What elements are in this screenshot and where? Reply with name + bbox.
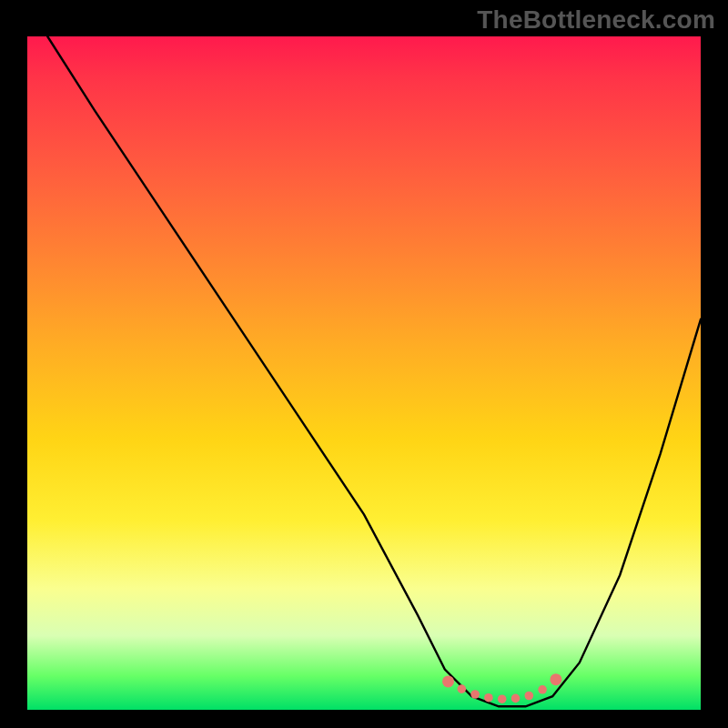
chart-container: TheBottleneck.com [0, 0, 728, 728]
marker-dot [442, 675, 454, 687]
marker-dot [550, 673, 561, 685]
watermark-text: TheBottleneck.com [477, 5, 715, 35]
marker-dot [484, 693, 493, 703]
plot-svg [27, 36, 701, 710]
marker-dot [525, 692, 534, 701]
bottleneck-curve [47, 36, 701, 706]
plot-area [27, 36, 701, 710]
marker-dot [538, 685, 547, 694]
marker-dot [470, 690, 480, 699]
marker-dot [498, 694, 507, 703]
marker-dot [511, 694, 521, 703]
marker-dot [458, 684, 467, 693]
